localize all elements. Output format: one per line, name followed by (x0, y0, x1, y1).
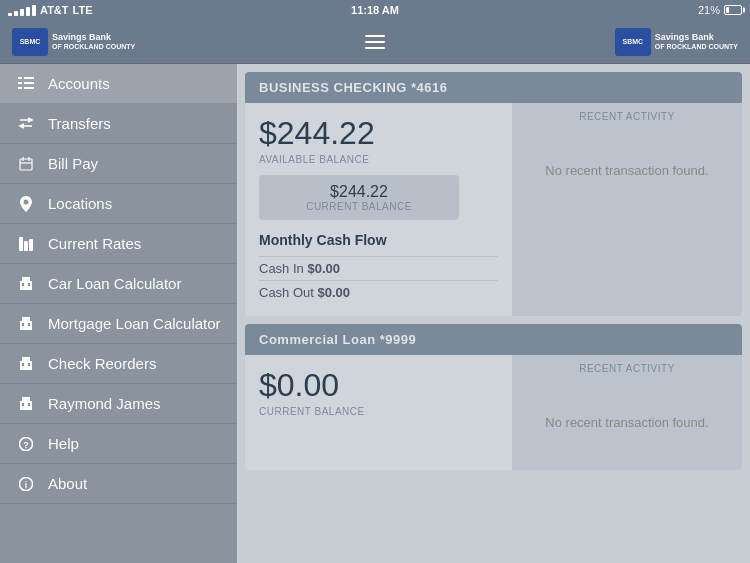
svg-rect-17 (28, 283, 30, 286)
sidebar-item-billpay[interactable]: Bill Pay (0, 144, 237, 184)
svg-rect-20 (22, 323, 24, 326)
account-body-checking: $244.22 AVAILABLE BALANCE $244.22 CURREN… (245, 103, 742, 316)
sidebar-item-mortgage[interactable]: Mortgage Loan Calculator (0, 304, 237, 344)
nav-logo-right: SBMC Savings Bank OF ROCKLAND COUNTY (615, 28, 738, 56)
svg-rect-18 (20, 321, 32, 330)
account-header-loan: Commercial Loan *9999 (245, 324, 742, 355)
content-area: BUSINESS CHECKING *4616 $244.22 AVAILABL… (237, 64, 750, 563)
sidebar-item-raymondjames[interactable]: Raymond James (0, 384, 237, 424)
svg-rect-5 (24, 87, 34, 89)
svg-rect-24 (22, 363, 24, 366)
sidebar-item-rates[interactable]: Current Rates (0, 224, 237, 264)
account-header-checking: BUSINESS CHECKING *4616 (245, 72, 742, 103)
main-layout: Accounts Transfers Bill Pay Locations (0, 64, 750, 563)
cash-out-label: Cash Out (259, 285, 314, 300)
loan-balance-label: CURRENT BALANCE (259, 406, 498, 417)
sidebar-item-transfers[interactable]: Transfers (0, 104, 237, 144)
account-title-checking: BUSINESS CHECKING *4616 (259, 80, 448, 95)
sidebar-label-checkreorders: Check Reorders (48, 355, 156, 372)
account-title-loan: Commercial Loan *9999 (259, 332, 416, 347)
svg-rect-26 (20, 401, 32, 410)
building-icon-mortgage (16, 314, 36, 334)
svg-rect-19 (22, 317, 30, 322)
available-balance-amount: $244.22 (259, 115, 498, 152)
signal-dot-4 (26, 7, 30, 16)
cash-flow-title: Monthly Cash Flow (259, 232, 498, 248)
sidebar-label-accounts: Accounts (48, 75, 110, 92)
sidebar-item-accounts[interactable]: Accounts (0, 64, 237, 104)
logo-bank-name: Savings Bank (52, 32, 135, 43)
signal-dot-2 (14, 11, 18, 16)
network-type: LTE (73, 4, 93, 16)
svg-rect-28 (22, 403, 24, 406)
sidebar-label-about: About (48, 475, 87, 492)
cash-in-amount: $0.00 (307, 261, 340, 276)
battery-icon (724, 5, 742, 15)
sidebar-label-mortgage: Mortgage Loan Calculator (48, 315, 221, 332)
info-icon: i (16, 474, 36, 494)
sidebar-label-transfers: Transfers (48, 115, 111, 132)
signal-strength (8, 5, 36, 16)
recent-activity-label-checking: RECENT ACTIVITY (520, 111, 734, 122)
svg-rect-14 (20, 281, 32, 290)
sidebar-label-billpay: Bill Pay (48, 155, 98, 172)
status-left: AT&T LTE (8, 4, 92, 16)
cash-in-row: Cash In $0.00 (259, 256, 498, 280)
sidebar-item-help[interactable]: ? Help (0, 424, 237, 464)
no-recent-loan: No recent transaction found. (520, 382, 734, 462)
recent-activity-label-loan: RECENT ACTIVITY (520, 363, 734, 374)
svg-rect-23 (22, 357, 30, 362)
svg-text:i: i (25, 480, 28, 490)
sidebar-item-carloan[interactable]: Car Loan Calculator (0, 264, 237, 304)
sidebar: Accounts Transfers Bill Pay Locations (0, 64, 237, 563)
svg-rect-11 (19, 237, 23, 251)
logo-bank-name-right: Savings Bank (655, 32, 738, 43)
svg-point-10 (24, 199, 29, 204)
sidebar-item-checkreorders[interactable]: Check Reorders (0, 344, 237, 384)
sidebar-label-carloan: Car Loan Calculator (48, 275, 181, 292)
pin-icon (16, 194, 36, 214)
question-icon: ? (16, 434, 36, 454)
sidebar-label-rates: Current Rates (48, 235, 141, 252)
sidebar-item-about[interactable]: i About (0, 464, 237, 504)
svg-rect-16 (22, 283, 24, 286)
status-right: 21% (698, 4, 742, 16)
svg-rect-2 (18, 82, 22, 84)
account-body-loan: $0.00 CURRENT BALANCE RECENT ACTIVITY No… (245, 355, 742, 470)
logo-top-right: SBMC (622, 38, 643, 45)
hamburger-line-3 (365, 47, 385, 49)
svg-rect-1 (24, 77, 34, 79)
account-left-loan: $0.00 CURRENT BALANCE (245, 355, 512, 470)
calendar-icon (16, 154, 36, 174)
svg-rect-3 (24, 82, 34, 84)
account-left-checking: $244.22 AVAILABLE BALANCE $244.22 CURREN… (245, 103, 512, 316)
current-balance-amount-checking: $244.22 (271, 183, 447, 201)
svg-rect-0 (18, 77, 22, 79)
building-icon-checks (16, 354, 36, 374)
current-balance-box-checking: $244.22 CURRENT BALANCE (259, 175, 459, 220)
building-icon-rj (16, 394, 36, 414)
hamburger-menu[interactable] (365, 35, 385, 49)
svg-rect-6 (20, 159, 32, 170)
logo-bank-detail-right: OF ROCKLAND COUNTY (655, 43, 738, 51)
logo-box-right: SBMC (615, 28, 651, 56)
hamburger-line-1 (365, 35, 385, 37)
cash-out-amount: $0.00 (318, 285, 351, 300)
loan-balance-amount: $0.00 (259, 367, 498, 404)
account-card-loan: Commercial Loan *9999 $0.00 CURRENT BALA… (245, 324, 742, 470)
logo-text: Savings Bank OF ROCKLAND COUNTY (52, 32, 135, 51)
nav-bar: SBMC Savings Bank OF ROCKLAND COUNTY SBM… (0, 20, 750, 64)
available-balance-label: AVAILABLE BALANCE (259, 154, 498, 165)
signal-dot-5 (32, 5, 36, 16)
no-recent-checking: No recent transaction found. (520, 130, 734, 210)
sidebar-item-locations[interactable]: Locations (0, 184, 237, 224)
signal-dot-1 (8, 13, 12, 16)
sidebar-label-help: Help (48, 435, 79, 452)
logo-text-right: Savings Bank OF ROCKLAND COUNTY (655, 32, 738, 51)
account-card-checking: BUSINESS CHECKING *4616 $244.22 AVAILABL… (245, 72, 742, 316)
status-time: 11:18 AM (351, 4, 399, 16)
sidebar-label-locations: Locations (48, 195, 112, 212)
logo-box: SBMC (12, 28, 48, 56)
carrier-label: AT&T (40, 4, 69, 16)
svg-rect-12 (24, 241, 28, 251)
